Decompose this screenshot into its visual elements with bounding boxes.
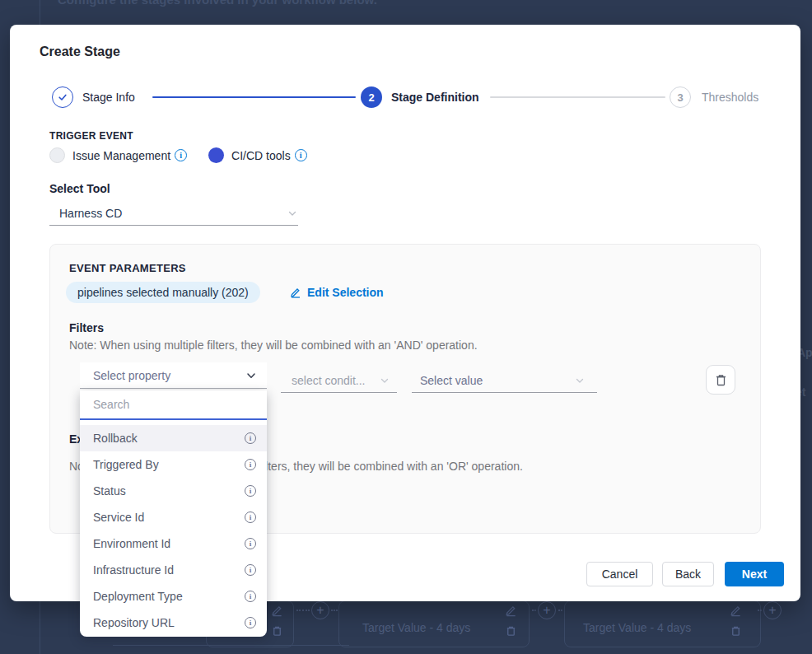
trash-icon [271, 624, 283, 637]
radio-label[interactable]: Issue Management [72, 149, 170, 162]
trigger-event-label: TRIGGER EVENT [49, 130, 133, 142]
add-stage-icon [763, 601, 782, 619]
dropdown-option-rollback[interactable]: Rollback [80, 425, 267, 451]
modal-title: Create Stage [40, 44, 120, 59]
property-select-placeholder: Select property [93, 369, 170, 382]
search-input[interactable] [80, 398, 267, 411]
trigger-event-options: Issue Management CI/CD tools [49, 147, 307, 163]
step-number-upcoming[interactable]: 3 [670, 86, 691, 108]
step-complete-icon[interactable] [52, 86, 73, 108]
add-stage-icon [311, 601, 329, 619]
event-parameters-heading: EVENT PARAMETERS [69, 262, 186, 274]
background-divider [40, 0, 40, 25]
tool-select[interactable]: Harness CD [49, 201, 298, 226]
add-stage-icon [538, 601, 556, 619]
info-icon[interactable] [245, 564, 256, 576]
info-icon[interactable] [245, 485, 256, 497]
background-card: Target Value - 4 days [338, 600, 530, 647]
background-divider [40, 601, 40, 654]
background-card-edge [113, 645, 349, 646]
info-icon[interactable] [245, 512, 256, 523]
property-dropdown: Rollback Triggered By Status Service Id … [80, 390, 267, 637]
tool-select-value: Harness CD [59, 207, 122, 220]
info-icon[interactable] [245, 591, 256, 602]
value-select[interactable]: Select value [412, 368, 597, 393]
step-label-stage-definition[interactable]: Stage Definition [391, 86, 479, 108]
dropdown-option-status[interactable]: Status [80, 478, 267, 504]
step-label-stage-info[interactable]: Stage Info [82, 86, 135, 108]
info-icon[interactable] [245, 432, 256, 444]
dropdown-search [80, 390, 267, 420]
info-icon[interactable] [295, 149, 307, 161]
edit-icon [271, 605, 283, 617]
edit-icon [505, 605, 517, 617]
dropdown-options: Rollback Triggered By Status Service Id … [80, 420, 267, 636]
filters-heading: Filters [69, 321, 104, 334]
check-icon [57, 91, 68, 103]
background-connector [532, 610, 536, 611]
trash-icon [715, 373, 727, 386]
dropdown-option-infrastructure-id[interactable]: Infrastructure Id [80, 557, 267, 583]
cancel-button[interactable]: Cancel [586, 562, 653, 586]
trash-icon [730, 624, 742, 637]
property-select[interactable]: Select property [80, 362, 267, 389]
background-connector [558, 610, 562, 611]
edit-icon [730, 605, 742, 617]
stepper-connector [490, 96, 665, 98]
chevron-down-icon [379, 375, 390, 386]
stepper-connector [152, 96, 356, 98]
info-icon[interactable] [245, 538, 256, 549]
background-connector [758, 610, 762, 611]
dropdown-option-service-id[interactable]: Service Id [80, 504, 267, 530]
edit-icon [290, 287, 301, 298]
radio-label[interactable]: CI/CD tools [231, 149, 291, 162]
background-connector [296, 610, 310, 611]
step-number-active[interactable]: 2 [361, 86, 382, 108]
radio-issue-management[interactable] [49, 147, 65, 163]
pipelines-selected-badge: pipelines selected manually (202) [66, 282, 260, 303]
dropdown-option-environment-id[interactable]: Environment Id [80, 530, 267, 557]
trash-icon [505, 624, 517, 637]
condition-select-placeholder: select condit... [292, 374, 366, 387]
dropdown-option-deployment-type[interactable]: Deployment Type [80, 583, 267, 610]
radio-cicd-tools[interactable] [208, 147, 224, 163]
delete-filter-button[interactable] [706, 365, 735, 395]
dropdown-option-triggered-by[interactable]: Triggered By [80, 451, 267, 478]
select-tool-label: Select Tool [49, 182, 110, 195]
value-select-placeholder: Select value [420, 374, 483, 387]
chevron-down-icon [287, 208, 298, 219]
condition-select[interactable]: select condit... [281, 368, 397, 393]
dropdown-option-repository-url[interactable]: Repository URL [80, 610, 267, 636]
info-icon[interactable] [245, 459, 256, 470]
background-subtitle: Configure the stages involved in your wo… [58, 0, 377, 7]
back-button[interactable]: Back [662, 562, 714, 586]
info-icon[interactable] [175, 149, 187, 161]
background-connector [331, 610, 338, 611]
info-icon[interactable] [245, 617, 256, 628]
edit-selection-link[interactable]: Edit Selection [290, 282, 384, 303]
next-button[interactable]: Next [725, 562, 784, 586]
chevron-down-icon [574, 375, 586, 386]
filters-note: Note: When using multiple filters, they … [69, 339, 478, 352]
step-label-thresholds[interactable]: Thresholds [702, 86, 758, 108]
chevron-down-icon [245, 370, 257, 381]
background-card: Target Value - 4 days [564, 600, 761, 647]
